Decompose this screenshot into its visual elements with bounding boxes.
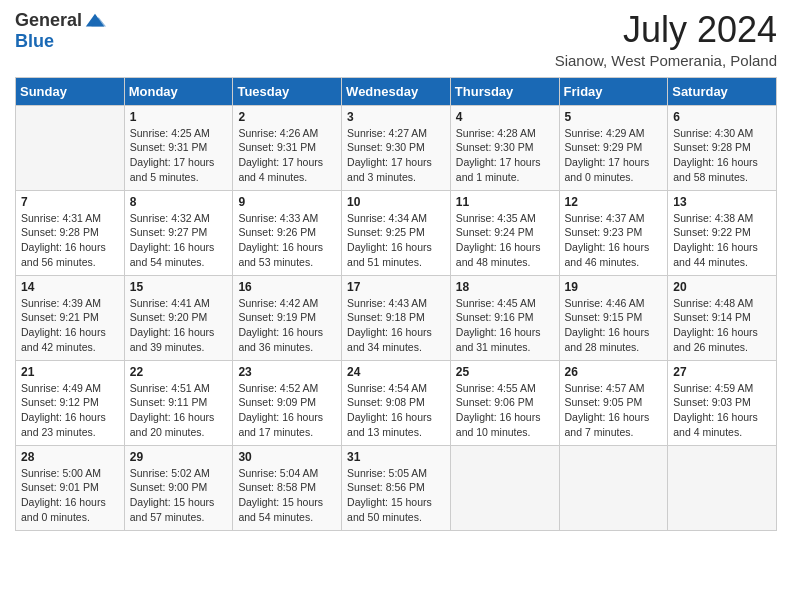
day-number: 5 [565,110,663,124]
day-info: Sunrise: 4:38 AM Sunset: 9:22 PM Dayligh… [673,211,771,270]
day-number: 20 [673,280,771,294]
calendar-cell [16,105,125,190]
day-info: Sunrise: 4:55 AM Sunset: 9:06 PM Dayligh… [456,381,554,440]
calendar-cell: 17Sunrise: 4:43 AM Sunset: 9:18 PM Dayli… [342,275,451,360]
day-number: 17 [347,280,445,294]
calendar-cell: 27Sunrise: 4:59 AM Sunset: 9:03 PM Dayli… [668,360,777,445]
calendar-cell: 21Sunrise: 4:49 AM Sunset: 9:12 PM Dayli… [16,360,125,445]
calendar-cell: 29Sunrise: 5:02 AM Sunset: 9:00 PM Dayli… [124,445,233,530]
day-number: 14 [21,280,119,294]
calendar-cell: 24Sunrise: 4:54 AM Sunset: 9:08 PM Dayli… [342,360,451,445]
week-row-5: 28Sunrise: 5:00 AM Sunset: 9:01 PM Dayli… [16,445,777,530]
day-number: 31 [347,450,445,464]
day-number: 29 [130,450,228,464]
day-number: 30 [238,450,336,464]
day-info: Sunrise: 4:48 AM Sunset: 9:14 PM Dayligh… [673,296,771,355]
calendar-cell: 30Sunrise: 5:04 AM Sunset: 8:58 PM Dayli… [233,445,342,530]
day-info: Sunrise: 4:54 AM Sunset: 9:08 PM Dayligh… [347,381,445,440]
calendar-cell [559,445,668,530]
calendar-cell: 6Sunrise: 4:30 AM Sunset: 9:28 PM Daylig… [668,105,777,190]
calendar-cell: 5Sunrise: 4:29 AM Sunset: 9:29 PM Daylig… [559,105,668,190]
day-number: 21 [21,365,119,379]
header-monday: Monday [124,77,233,105]
calendar-cell: 12Sunrise: 4:37 AM Sunset: 9:23 PM Dayli… [559,190,668,275]
day-info: Sunrise: 5:05 AM Sunset: 8:56 PM Dayligh… [347,466,445,525]
day-number: 24 [347,365,445,379]
calendar-cell: 19Sunrise: 4:46 AM Sunset: 9:15 PM Dayli… [559,275,668,360]
day-number: 13 [673,195,771,209]
day-info: Sunrise: 4:41 AM Sunset: 9:20 PM Dayligh… [130,296,228,355]
logo: General Blue [15,10,106,52]
day-info: Sunrise: 4:39 AM Sunset: 9:21 PM Dayligh… [21,296,119,355]
calendar-cell: 18Sunrise: 4:45 AM Sunset: 9:16 PM Dayli… [450,275,559,360]
logo-blue: Blue [15,31,54,51]
day-number: 4 [456,110,554,124]
calendar-table: SundayMondayTuesdayWednesdayThursdayFrid… [15,77,777,531]
day-info: Sunrise: 4:34 AM Sunset: 9:25 PM Dayligh… [347,211,445,270]
day-number: 12 [565,195,663,209]
calendar-cell: 4Sunrise: 4:28 AM Sunset: 9:30 PM Daylig… [450,105,559,190]
calendar-cell: 10Sunrise: 4:34 AM Sunset: 9:25 PM Dayli… [342,190,451,275]
header-sunday: Sunday [16,77,125,105]
day-number: 22 [130,365,228,379]
calendar-cell: 28Sunrise: 5:00 AM Sunset: 9:01 PM Dayli… [16,445,125,530]
calendar-cell: 3Sunrise: 4:27 AM Sunset: 9:30 PM Daylig… [342,105,451,190]
logo-general: General [15,11,82,31]
calendar-cell [668,445,777,530]
header-tuesday: Tuesday [233,77,342,105]
day-info: Sunrise: 4:35 AM Sunset: 9:24 PM Dayligh… [456,211,554,270]
day-info: Sunrise: 4:25 AM Sunset: 9:31 PM Dayligh… [130,126,228,185]
day-number: 3 [347,110,445,124]
header-thursday: Thursday [450,77,559,105]
day-number: 1 [130,110,228,124]
day-info: Sunrise: 5:02 AM Sunset: 9:00 PM Dayligh… [130,466,228,525]
day-info: Sunrise: 4:42 AM Sunset: 9:19 PM Dayligh… [238,296,336,355]
day-number: 8 [130,195,228,209]
day-number: 7 [21,195,119,209]
day-info: Sunrise: 4:27 AM Sunset: 9:30 PM Dayligh… [347,126,445,185]
calendar-cell: 22Sunrise: 4:51 AM Sunset: 9:11 PM Dayli… [124,360,233,445]
day-info: Sunrise: 4:51 AM Sunset: 9:11 PM Dayligh… [130,381,228,440]
day-info: Sunrise: 4:43 AM Sunset: 9:18 PM Dayligh… [347,296,445,355]
day-info: Sunrise: 4:45 AM Sunset: 9:16 PM Dayligh… [456,296,554,355]
calendar-cell: 25Sunrise: 4:55 AM Sunset: 9:06 PM Dayli… [450,360,559,445]
day-info: Sunrise: 4:30 AM Sunset: 9:28 PM Dayligh… [673,126,771,185]
day-info: Sunrise: 4:28 AM Sunset: 9:30 PM Dayligh… [456,126,554,185]
calendar-cell: 9Sunrise: 4:33 AM Sunset: 9:26 PM Daylig… [233,190,342,275]
day-number: 9 [238,195,336,209]
calendar-cell: 23Sunrise: 4:52 AM Sunset: 9:09 PM Dayli… [233,360,342,445]
day-info: Sunrise: 4:49 AM Sunset: 9:12 PM Dayligh… [21,381,119,440]
day-info: Sunrise: 5:04 AM Sunset: 8:58 PM Dayligh… [238,466,336,525]
calendar-cell: 1Sunrise: 4:25 AM Sunset: 9:31 PM Daylig… [124,105,233,190]
calendar-cell: 2Sunrise: 4:26 AM Sunset: 9:31 PM Daylig… [233,105,342,190]
month-year-title: July 2024 [555,10,777,50]
day-info: Sunrise: 4:57 AM Sunset: 9:05 PM Dayligh… [565,381,663,440]
day-number: 2 [238,110,336,124]
title-block: July 2024 Sianow, West Pomerania, Poland [555,10,777,69]
day-number: 19 [565,280,663,294]
day-info: Sunrise: 4:32 AM Sunset: 9:27 PM Dayligh… [130,211,228,270]
day-number: 18 [456,280,554,294]
day-info: Sunrise: 4:37 AM Sunset: 9:23 PM Dayligh… [565,211,663,270]
day-number: 16 [238,280,336,294]
day-info: Sunrise: 5:00 AM Sunset: 9:01 PM Dayligh… [21,466,119,525]
day-number: 11 [456,195,554,209]
day-number: 6 [673,110,771,124]
header-friday: Friday [559,77,668,105]
calendar-cell: 26Sunrise: 4:57 AM Sunset: 9:05 PM Dayli… [559,360,668,445]
logo-icon [84,10,106,32]
day-number: 25 [456,365,554,379]
calendar-cell: 16Sunrise: 4:42 AM Sunset: 9:19 PM Dayli… [233,275,342,360]
page-header: General Blue July 2024 Sianow, West Pome… [15,10,777,69]
calendar-cell [450,445,559,530]
header-saturday: Saturday [668,77,777,105]
calendar-cell: 20Sunrise: 4:48 AM Sunset: 9:14 PM Dayli… [668,275,777,360]
day-number: 28 [21,450,119,464]
week-row-1: 1Sunrise: 4:25 AM Sunset: 9:31 PM Daylig… [16,105,777,190]
calendar-cell: 15Sunrise: 4:41 AM Sunset: 9:20 PM Dayli… [124,275,233,360]
calendar-cell: 11Sunrise: 4:35 AM Sunset: 9:24 PM Dayli… [450,190,559,275]
day-info: Sunrise: 4:31 AM Sunset: 9:28 PM Dayligh… [21,211,119,270]
day-info: Sunrise: 4:26 AM Sunset: 9:31 PM Dayligh… [238,126,336,185]
day-info: Sunrise: 4:29 AM Sunset: 9:29 PM Dayligh… [565,126,663,185]
calendar-cell: 13Sunrise: 4:38 AM Sunset: 9:22 PM Dayli… [668,190,777,275]
